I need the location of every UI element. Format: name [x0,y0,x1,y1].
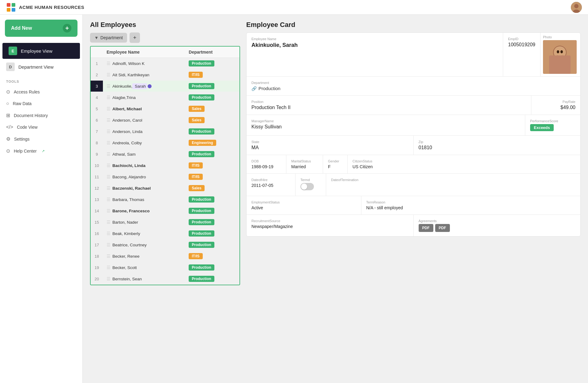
external-link-icon: ↗ [42,149,45,153]
table-row[interactable]: 11 ☰ Bacong, Alejandro IT/IS [91,171,239,183]
sidebar-item-access-rules[interactable]: ⊙ Access Rules [0,86,82,98]
row-menu-icon[interactable]: ☰ [107,220,111,225]
dept-badge: Production [189,276,214,282]
row-menu-icon[interactable]: ☰ [107,186,111,191]
table-row[interactable]: 14 ☰ Barone, Francesco Production [91,205,239,217]
table-row[interactable]: 7 ☰ Anderson, Linda Production [91,126,239,137]
table-row[interactable]: 16 ☰ Beak, Kimberly Production [91,228,239,239]
row-menu-icon[interactable]: ☰ [107,95,111,100]
add-new-plus-icon: + [63,24,71,32]
row-dept: Production [185,217,239,228]
table-row[interactable]: 2 ☰ Ait Sidi, Karthikeyan IT/IS [91,69,239,81]
table-row[interactable]: 6 ☰ Anderson, Carol Sales [91,115,239,126]
row-menu-icon[interactable]: ☰ [107,118,111,123]
sidebar-item-help-center[interactable]: ⊙ Help Center ↗ [0,145,82,157]
employee-card-panel: Employee Card Employee Name Akinkuolie, … [246,21,581,285]
layout: Add New + E Employee View D Department V… [0,15,588,383]
card-value-termreason: N/A - still employed [366,205,575,210]
termd-toggle[interactable] [300,183,314,190]
row-dept: Production [185,58,239,69]
add-new-button[interactable]: Add New + [5,20,77,37]
dept-name: Production [258,86,281,91]
card-cell-hire: DateofHire 2011-07-05 [247,174,296,196]
agreement-pdf-button-1[interactable]: PDF [419,224,433,232]
row-name: ☰ Bacong, Alejandro [103,171,185,183]
row-menu-icon[interactable]: ☰ [107,106,111,111]
row-menu-icon[interactable]: ☰ [107,242,111,247]
employee-list-panel: All Employees ▼ Department + Employee Na… [90,21,240,285]
row-dept: Sales [185,115,239,126]
table-row[interactable]: 19 ☰ Becker, Scott Production [91,262,239,273]
table-row[interactable]: 12 ☰ Baczenski, Rachael Sales [91,183,239,194]
row-menu-icon[interactable]: ☰ [107,72,111,77]
row-menu-icon[interactable]: ☰ [107,174,111,179]
employee-card: Employee Name Akinkuolie, Sarah EmpID 10… [246,32,581,237]
row-menu-icon[interactable]: ☰ [107,129,111,134]
row-dept: Production [185,92,239,103]
card-label-zip: Zip [419,140,576,144]
row-dept: IT/IS [185,251,239,262]
dept-badge: Production [189,242,214,248]
code-view-icon: </> [6,124,13,130]
row-menu-icon[interactable]: ☰ [107,265,111,270]
table-row[interactable]: 20 ☰ Bernstein, Sean Production [91,273,239,285]
sidebar-item-settings[interactable]: ⚙ Settings [0,133,82,145]
card-label-termd: Termd [300,178,321,182]
table-row[interactable]: 3 ☰ Akinkuolie, Sarah Production [91,81,239,92]
row-dept: Production [185,81,239,92]
card-row-state: State MA Zip 01810 [247,136,580,155]
employee-view-icon: E [9,47,17,55]
sidebar-item-raw-data[interactable]: ○ Raw Data [0,98,82,109]
row-dept: Production [185,126,239,137]
user-avatar[interactable] [571,2,582,13]
table-row[interactable]: 15 ☰ Barton, Nader Production [91,217,239,228]
row-menu-icon[interactable]: ☰ [107,140,111,145]
row-name-text: Alagbe,Trina [112,95,136,100]
card-value-empstatus: Active [251,205,356,210]
sidebar-item-document-history[interactable]: ⊞ Document History [0,109,82,121]
dept-badge: Production [189,196,214,203]
table-row[interactable]: 4 ☰ Alagbe,Trina Production [91,92,239,103]
sidebar-item-department-view[interactable]: D Department View [0,59,82,75]
card-label-hire: DateofHire [251,178,290,182]
row-menu-icon[interactable]: ☰ [107,197,111,202]
table-row[interactable]: 10 ☰ Bachiochi, Linda IT/IS [91,160,239,171]
card-label-dob: DOB [251,159,281,163]
row-dept: IT/IS [185,171,239,183]
table-row[interactable]: 17 ☰ Beatrice, Courtney Production [91,239,239,251]
settings-icon: ⚙ [6,136,10,142]
row-menu-icon[interactable]: ☰ [107,231,111,236]
row-name: ☰ Ait Sidi, Karthikeyan [103,69,185,81]
row-menu-icon[interactable]: ☰ [107,208,111,213]
row-name: ☰ Anderson, Linda [103,126,185,137]
row-name-text: Adinolfi, Wilson K [112,61,145,66]
add-column-button[interactable]: + [130,32,140,43]
dept-badge: IT/IS [189,174,202,180]
row-menu-icon[interactable]: ☰ [107,254,111,259]
table-row[interactable]: 13 ☰ Barbara, Thomas Production [91,194,239,205]
card-cell-zip: Zip 01810 [414,136,581,155]
sidebar-item-code-view[interactable]: </> Code View [0,121,82,133]
table-row[interactable]: 5 ☰ Albert, Michael Sales [91,103,239,115]
table-row[interactable]: 9 ☰ Athwal, Sam Production [91,149,239,160]
row-dept: Sales [185,103,239,115]
card-value-payrate: $49.00 [536,105,575,110]
svg-point-11 [557,50,559,53]
table-row[interactable]: 8 ☰ Andreola, Colby Engineering [91,137,239,149]
row-menu-icon[interactable]: ☰ [107,276,111,281]
table-row[interactable]: 1 ☰ Adinolfi, Wilson K Production [91,58,239,69]
row-name-text: Beak, Kimberly [112,231,140,236]
agreement-pdf-button-2[interactable]: PDF [435,224,450,232]
card-value-position: Production Tech II [251,105,526,110]
employee-table-container: Employee Name Department 1 ☰ Adinolfi, W… [90,46,240,285]
card-cell-termd: Termd [296,174,326,196]
row-menu-icon[interactable]: ☰ [107,152,111,157]
employee-list-title: All Employees [90,21,240,29]
department-filter-button[interactable]: ▼ Department [90,33,127,43]
row-menu-icon[interactable]: ☰ [107,163,111,168]
sidebar-item-employee-view[interactable]: E Employee View [2,43,80,59]
table-row[interactable]: 18 ☰ Becker, Renee IT/IS [91,251,239,262]
row-name: ☰ Barone, Francesco [103,205,185,217]
row-menu-icon[interactable]: ☰ [107,61,111,66]
row-menu-icon[interactable]: ☰ [107,84,111,89]
